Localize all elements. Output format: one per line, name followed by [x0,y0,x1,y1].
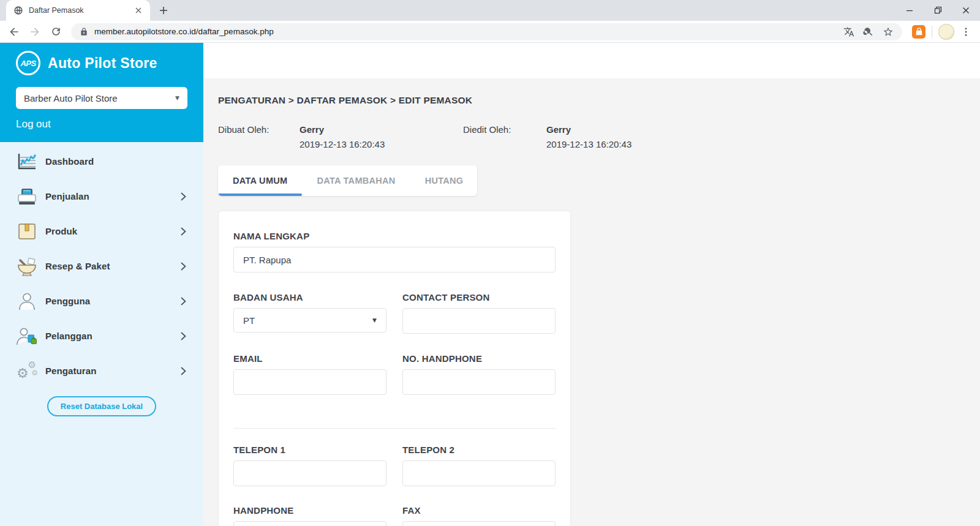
sidebar-item-label: Pengaturan [45,366,175,376]
fax-input[interactable] [402,521,556,526]
detail-tabbar: DATA UMUM DATA TAMBAHAN HUTANG [218,165,477,196]
created-by-value: Gerry 2019-12-13 16:20:43 [300,124,385,149]
sidebar-item-dashboard[interactable]: Dashboard [0,144,203,179]
sidebar-item-pengguna[interactable]: Pengguna [0,284,203,318]
user-icon [15,292,39,310]
toolbar-extensions-area [908,24,975,40]
browser-window: Daftar Pemasok [0,0,980,526]
forward-icon[interactable] [26,23,44,41]
new-tab-button[interactable] [155,2,172,19]
refresh-icon[interactable] [47,23,65,41]
email-label: EMAIL [233,353,386,364]
created-by-name: Gerry [300,124,385,135]
field-no-handphone: NO. HANDPHONE [402,353,556,395]
url-text: member.autopilotstore.co.id/daftar_pemas… [94,27,837,36]
gear-glyph: ⚙ [31,369,38,377]
badan-usaha-label: BADAN USAHA [233,292,386,302]
nama-lengkap-label: NAMA LENGKAP [233,231,556,241]
aps-logo-text: APS [20,59,36,68]
translate-icon[interactable] [843,26,854,37]
tab-label: DATA UMUM [233,176,287,186]
form-row: EMAIL NO. HANDPHONE [233,353,556,395]
product-box-icon [15,222,39,241]
menu-kebab-icon[interactable] [960,26,971,37]
browser-tabstrip: Daftar Pemasok [0,0,980,21]
audit-info-row: Dibuat Oleh: Gerry 2019-12-13 16:20:43 D… [218,124,980,149]
cash-register-icon [15,187,39,206]
extension-shopping-bag-icon[interactable] [912,25,925,39]
badan-usaha-select[interactable]: PT ▼ [233,308,386,333]
sidebar-header: APS Auto Pilot Store Barber Auto Pilot S… [0,43,203,142]
form-card: NAMA LENGKAP BADAN USAHA PT ▼ CONTA [218,211,571,526]
sidebar-item-label: Pengguna [45,296,175,306]
field-telepon-1: TELEPON 1 [233,445,386,486]
tab-data-umum[interactable]: DATA UMUM [218,165,302,196]
omnibox-icons [843,26,894,37]
tab-label: DATA TAMBAHAN [317,176,395,186]
telepon-2-input[interactable] [402,460,556,486]
logout-link[interactable]: Log out [16,118,51,130]
sidebar-item-penjualan[interactable]: Penjualan [0,179,203,214]
caret-down-icon: ▼ [175,95,179,101]
sidebar-item-label: Pelanggan [45,331,175,341]
sidebar-menu: Dashboard Penjualan [0,142,203,526]
contact-person-input[interactable] [402,308,556,334]
mortar-pestle-icon [15,257,39,276]
field-handphone: HANDPHONE [233,505,386,526]
main-content: PENGATURAN > DAFTAR PEMASOK > EDIT PEMAS… [203,43,980,526]
form-section-divider [233,428,556,429]
telepon-2-label: TELEPON 2 [402,445,556,455]
url-address-bar[interactable]: member.autopilotstore.co.id/daftar_pemas… [71,23,902,40]
window-restore-icon[interactable] [924,0,952,20]
chevron-right-icon [181,262,186,271]
profile-avatar[interactable] [938,24,954,40]
zoom-icon[interactable] [863,26,874,37]
browser-tab[interactable]: Daftar Pemasok [6,0,150,21]
aps-logo: APS [16,51,40,75]
store-selector-dropdown[interactable]: Barber Auto Pilot Store ▼ [16,87,187,109]
created-by-block: Dibuat Oleh: Gerry 2019-12-13 16:20:43 [218,124,463,149]
sidebar-item-label: Penjualan [45,191,175,201]
sidebar-item-pengaturan[interactable]: ⚙ ⚙ ⚙ Pengaturan [0,353,203,388]
chevron-right-icon [181,297,186,306]
chevron-right-icon [181,192,186,201]
tab-hutang[interactable]: HUTANG [410,165,477,196]
edited-by-label: Diedit Oleh: [463,124,546,149]
field-email: EMAIL [233,353,386,395]
top-white-band [203,43,980,78]
form-row: TELEPON 1 TELEPON 2 [233,445,556,486]
bookmark-star-icon[interactable] [883,26,894,37]
reset-database-button[interactable]: Reset Database Lokal [47,396,156,416]
handphone-input[interactable] [233,521,386,526]
browser-tab-title: Daftar Pemasok [29,6,127,15]
form-row: HANDPHONE FAX [233,505,556,526]
field-badan-usaha: BADAN USAHA PT ▼ [233,292,386,334]
active-tab-underline [218,193,302,196]
badan-usaha-selected-value: PT [243,315,255,326]
window-close-icon[interactable] [952,0,980,20]
window-minimize-icon[interactable] [895,0,924,20]
field-telepon-2: TELEPON 2 [402,445,556,486]
fax-label: FAX [402,505,556,516]
sidebar-item-label: Produk [45,226,175,236]
breadcrumb: PENGATURAN > DAFTAR PEMASOK > EDIT PEMAS… [218,95,980,106]
telepon-1-input[interactable] [233,460,386,486]
no-handphone-input[interactable] [402,369,556,395]
sidebar-item-label: Dashboard [45,156,186,167]
field-contact-person: CONTACT PERSON [402,292,556,334]
field-nama-lengkap: NAMA LENGKAP [233,231,556,272]
back-icon[interactable] [5,23,23,41]
contact-person-label: CONTACT PERSON [402,292,556,302]
email-input[interactable] [233,369,386,395]
telepon-1-label: TELEPON 1 [233,445,386,455]
edited-by-name: Gerry [546,124,631,135]
nama-lengkap-input[interactable] [233,247,556,272]
sidebar-item-resep-paket[interactable]: Resep & Paket [0,249,203,284]
sidebar-item-produk[interactable]: Produk [0,214,203,249]
tab-close-icon[interactable] [133,5,144,16]
gears-icon: ⚙ ⚙ ⚙ [15,362,39,380]
tab-data-tambahan[interactable]: DATA TAMBAHAN [302,165,410,196]
store-selector-value: Barber Auto Pilot Store [24,93,118,103]
sidebar-item-pelanggan[interactable]: Pelanggan [0,318,203,353]
browser-toolbar: member.autopilotstore.co.id/daftar_pemas… [0,21,980,43]
